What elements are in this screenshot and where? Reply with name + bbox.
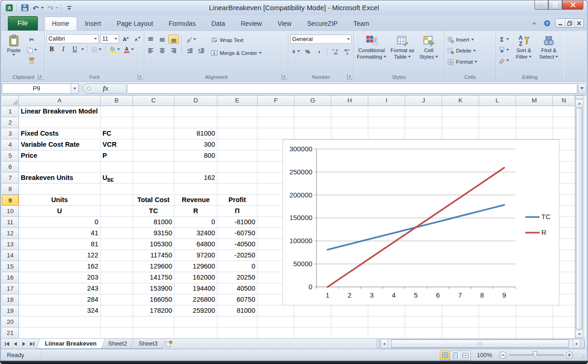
cell-C1[interactable] [133, 106, 174, 117]
fill-button[interactable] [498, 45, 510, 54]
row-header-3[interactable]: 3 [2, 128, 19, 139]
align-left-button[interactable] [145, 46, 156, 55]
cell-C21[interactable] [133, 328, 174, 338]
cell-C16[interactable]: 141750 [133, 272, 174, 283]
cell-D5[interactable]: 800 [174, 150, 217, 161]
cell-B8[interactable] [101, 184, 133, 195]
row-header-18[interactable]: 18 [2, 294, 19, 305]
column-header-F[interactable]: F [258, 95, 294, 106]
vertical-scrollbar[interactable] [575, 95, 583, 338]
cell-E20[interactable] [217, 316, 258, 328]
breakeven-chart[interactable]: 0500001000001500002000002500003000001234… [282, 139, 559, 305]
row-header-14[interactable]: 14 [2, 250, 19, 261]
underline-button[interactable]: U [70, 45, 80, 54]
tab-team[interactable]: Team [346, 17, 377, 30]
row-header-20[interactable]: 20 [2, 316, 19, 328]
cell-G2[interactable] [294, 117, 331, 128]
cell-F19[interactable] [258, 305, 294, 316]
orientation-button[interactable]: ab [185, 35, 197, 44]
horizontal-scroll-thumb[interactable] [391, 340, 569, 348]
cell-E7[interactable] [217, 173, 258, 184]
row-header-1[interactable]: 1 [2, 106, 19, 117]
cell-B2[interactable] [101, 117, 133, 128]
cell-A8[interactable] [19, 184, 101, 195]
cell-A14[interactable]: 122 [19, 250, 101, 261]
column-header-I[interactable]: I [368, 95, 405, 106]
cell-D19[interactable]: 259200 [174, 305, 217, 316]
cell-E11[interactable]: -81000 [217, 217, 258, 228]
cell-B16[interactable] [101, 272, 133, 283]
cell-F21[interactable] [258, 328, 294, 338]
cell-G3[interactable] [294, 128, 331, 139]
cell-E1[interactable] [217, 106, 258, 117]
zoom-slider-thumb[interactable] [533, 351, 537, 358]
cell-B9[interactable] [101, 195, 133, 206]
cell-D10[interactable]: R [174, 206, 217, 217]
name-box[interactable]: P9 [2, 84, 71, 94]
font-name-combo[interactable]: Calibri [47, 34, 99, 43]
font-dialog-launcher-icon[interactable] [138, 74, 143, 79]
row-header-2[interactable]: 2 [2, 117, 19, 128]
align-middle-button[interactable] [157, 35, 167, 44]
cell-D15[interactable]: 129600 [174, 261, 217, 272]
font-color-button[interactable]: A [122, 45, 135, 54]
row-header-16[interactable]: 16 [2, 272, 19, 283]
cell-B5[interactable]: P [101, 150, 133, 161]
fill-color-button[interactable] [108, 45, 121, 54]
cell-M20[interactable] [516, 316, 553, 328]
cell-A10[interactable]: U [19, 206, 101, 217]
cell-B19[interactable] [101, 305, 133, 316]
number-dialog-launcher-icon[interactable] [347, 74, 352, 79]
cell-L2[interactable] [479, 117, 516, 128]
zoom-level[interactable]: 100% [477, 352, 492, 358]
cell-C15[interactable]: 129600 [133, 261, 174, 272]
next-sheet-button[interactable] [20, 340, 28, 348]
cell-A15[interactable]: 162 [19, 261, 101, 272]
previous-sheet-button[interactable] [12, 340, 19, 348]
workbook-restore-button[interactable] [565, 19, 574, 27]
column-header-A[interactable]: A [19, 95, 101, 106]
cell-L19[interactable] [479, 305, 516, 316]
cell-M1[interactable] [516, 106, 553, 117]
sort-and-filter-button[interactable]: AZ Sort & Filter [511, 33, 536, 72]
cell-B13[interactable] [101, 239, 133, 250]
cell-E15[interactable]: 0 [217, 261, 258, 272]
cell-J20[interactable] [405, 316, 442, 328]
cell-C9[interactable]: Total Cost [133, 195, 174, 206]
cell-K19[interactable] [442, 305, 479, 316]
column-header-H[interactable]: H [331, 95, 368, 106]
column-header-N[interactable]: N [553, 95, 575, 106]
cell-B11[interactable] [101, 217, 133, 228]
row-header-11[interactable]: 11 [2, 217, 19, 228]
cell-D17[interactable]: 194400 [174, 283, 217, 294]
decrease-decimal-button[interactable]: .00.0 [342, 47, 352, 56]
maximize-button[interactable] [548, 0, 562, 10]
underline-dropdown[interactable] [81, 48, 84, 50]
cell-L1[interactable] [479, 106, 516, 117]
cell-N19[interactable] [553, 305, 575, 316]
cell-B14[interactable] [101, 250, 133, 261]
cell-A12[interactable]: 41 [19, 228, 101, 239]
cell-H20[interactable] [331, 316, 368, 328]
cell-A17[interactable]: 243 [19, 283, 101, 294]
cell-I19[interactable] [368, 305, 405, 316]
cell-H21[interactable] [331, 328, 368, 338]
cell-K3[interactable] [442, 128, 479, 139]
formula-input[interactable] [128, 84, 577, 94]
zoom-out-button[interactable] [499, 351, 507, 359]
cell-I3[interactable] [368, 128, 405, 139]
cell-J2[interactable] [405, 117, 442, 128]
insert-cells-button[interactable]: Insert [445, 35, 495, 45]
cell-C4[interactable] [133, 139, 174, 150]
wrap-text-button[interactable]: Wrap Text [209, 35, 263, 45]
cell-styles-button[interactable]: Cell Styles [417, 33, 441, 72]
cell-N20[interactable] [553, 316, 575, 328]
scroll-down-button[interactable] [576, 330, 583, 338]
tab-file[interactable]: File [8, 16, 38, 30]
cell-A9[interactable]: Units [19, 195, 101, 206]
cell-C10[interactable]: TC [133, 206, 174, 217]
cell-G21[interactable] [294, 328, 331, 338]
paste-button[interactable]: Paste [3, 33, 24, 72]
cell-E18[interactable]: 60750 [217, 294, 258, 305]
cell-C5[interactable] [133, 150, 174, 161]
